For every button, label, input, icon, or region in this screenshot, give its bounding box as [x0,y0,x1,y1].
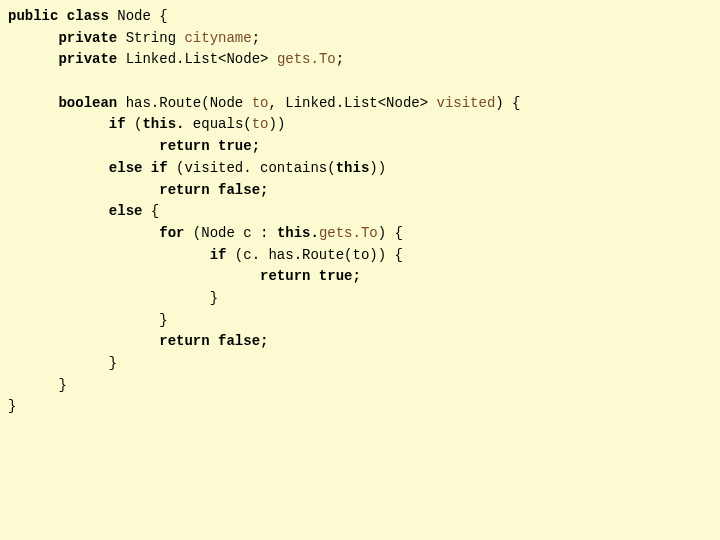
text-c-hasroute: (c. has.Route(to)) { [226,247,402,263]
kw-this: this. [277,225,319,241]
id-to: to [252,95,269,111]
kw-private: private [58,51,117,67]
code-block: public class Node { private String cityn… [8,6,712,418]
kw-this: this [336,160,370,176]
kw-private: private [58,30,117,46]
kw-if: if [109,116,126,132]
kw-for: for [159,225,184,241]
text-for-open: (Node c : [184,225,276,241]
kw-return-true: return true; [159,138,260,154]
id-getsto: gets.To [319,225,378,241]
text-semi: ; [252,30,260,46]
kw-if: if [210,247,227,263]
text-brace-open: { [142,203,159,219]
text-open-paren: ( [126,116,143,132]
text-visited-contains: (visited. contains( [168,160,336,176]
id-cityname: cityname [184,30,251,46]
text-close-pp: )) [369,160,386,176]
brace-close: } [8,398,16,414]
kw-return-false: return false; [159,333,268,349]
text-node-open: Node { [109,8,168,24]
text-string: String [117,30,184,46]
id-visited: visited [437,95,496,111]
text-ll-node: Linked.List<Node> [117,51,277,67]
kw-boolean: boolean [58,95,117,111]
text-comma-ll: , Linked.List<Node> [268,95,436,111]
brace-close: } [58,377,66,393]
brace-close: } [210,290,218,306]
kw-class: class [67,8,109,24]
kw-public: public [8,8,58,24]
kw-this: this. [142,116,184,132]
text-paren-brace: ) { [495,95,520,111]
brace-close: } [159,312,167,328]
brace-close: } [109,355,117,371]
text-semi: ; [336,51,344,67]
id-getsto: gets.To [277,51,336,67]
text-close-pp: )) [269,116,286,132]
text-for-close: ) { [378,225,403,241]
id-to: to [252,116,269,132]
kw-return-true: return true; [260,268,361,284]
kw-return-false: return false; [159,182,268,198]
kw-else-if: else if [109,160,168,176]
text-equals: equals( [184,116,251,132]
kw-else: else [109,203,143,219]
text-hasroute-open: has.Route(Node [117,95,251,111]
